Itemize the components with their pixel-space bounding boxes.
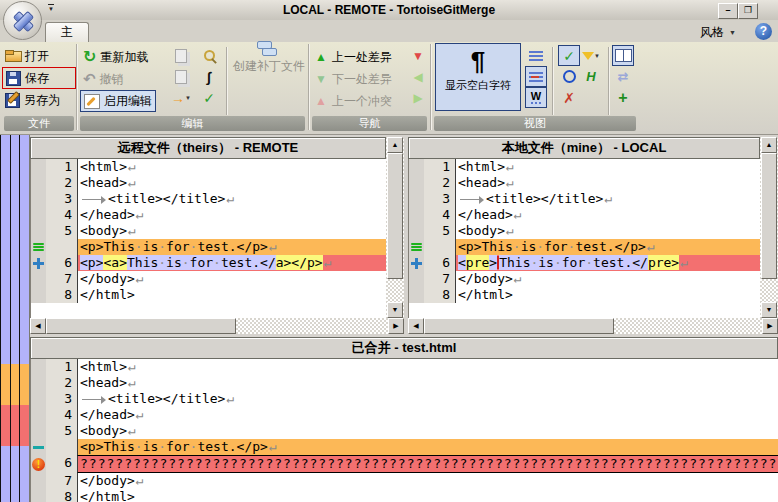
scroll-thumb[interactable] <box>387 153 403 279</box>
paste-button[interactable] <box>170 66 192 87</box>
line-number: 6 <box>46 255 77 271</box>
goto-button[interactable]: → ▼ <box>170 87 192 108</box>
line-text: <p>This·is·for·test.</p>↵ <box>77 239 387 255</box>
compare-whitespace-button[interactable]: ✓ <box>558 45 580 66</box>
help-button[interactable]: ? <box>755 23 772 40</box>
scroll-right-icon[interactable]: ▶ <box>388 318 404 334</box>
scroll-up-icon[interactable]: ▲ <box>387 137 403 153</box>
two-pane-view-button[interactable] <box>612 45 634 66</box>
code-line[interactable]: 2<head>↵ <box>409 175 761 191</box>
code-line[interactable]: 5<body>↵ <box>31 423 778 439</box>
theirs-pane[interactable]: 1<html>↵2<head>↵3<title></title>↵4</head… <box>30 159 387 318</box>
code-line[interactable]: 7</body>↵ <box>31 473 778 489</box>
code-segment: ????????????????????????????????????????… <box>80 456 778 471</box>
code-line[interactable]: 6<pre>This·is·for·test.</pre>↵ <box>409 255 761 271</box>
switch-view-button[interactable]: ⇄ <box>612 66 634 87</box>
scroll-left-icon[interactable]: ◀ <box>408 318 424 334</box>
reload-button[interactable]: ↻ 重新加载 <box>80 46 156 68</box>
maximize-button[interactable]: ❐ <box>738 3 758 19</box>
code-line[interactable]: 8</html> <box>409 287 761 303</box>
merged-pane[interactable]: 1<html>↵2<head>↵3<title></title>↵4</head… <box>30 359 778 502</box>
code-line[interactable]: 2<head>↵ <box>31 375 778 391</box>
scroll-up-icon[interactable]: ▲ <box>761 137 777 153</box>
whitespace-dot: · <box>135 439 143 454</box>
theirs-hscrollbar[interactable]: ◀ ▶ <box>30 318 404 334</box>
filter-button[interactable]: ▼ <box>580 45 602 66</box>
code-line[interactable]: <p>This·is·for·test.</p>↵ <box>31 439 778 455</box>
carriage-return-icon: ↵ <box>127 175 136 190</box>
undo-button[interactable]: ↶ 撤销 <box>80 68 156 90</box>
code-segment: <head> <box>80 175 127 190</box>
code-line[interactable]: 4</head>↵ <box>31 407 778 423</box>
code-line[interactable]: <p>This·is·for·test.</p>↵ <box>31 239 387 255</box>
line-text: </html> <box>77 489 778 502</box>
code-line[interactable]: 4</head>↵ <box>31 207 387 223</box>
word-wrap-icon: W <box>531 91 541 104</box>
prev-conflict-button[interactable]: ▲ 上一个冲突 <box>311 90 395 112</box>
enable-edit-button[interactable]: 启用编辑 <box>80 90 156 112</box>
code-line[interactable]: 3<title></title>↵ <box>31 191 387 207</box>
prev-diff-button[interactable]: ▲ 上一处差异 <box>311 46 395 68</box>
scroll-left-icon[interactable]: ◀ <box>30 318 46 334</box>
code-line[interactable]: 8</html> <box>31 489 778 502</box>
line-margin <box>31 375 46 391</box>
style-dropdown-button[interactable]: 风格 ▼ <box>700 24 736 41</box>
added-line-icon <box>411 258 422 269</box>
mark-resolved-button[interactable]: ✓ <box>198 87 220 108</box>
use-left-block-button[interactable]: ◀ <box>407 66 429 87</box>
code-line[interactable]: 1<html>↵ <box>31 359 778 375</box>
mine-pane[interactable]: 1<html>↵2<head>↵3<title></title>↵4</head… <box>408 159 761 318</box>
code-line[interactable]: 3<title></title>↵ <box>409 191 761 207</box>
line-diff-button[interactable] <box>525 66 547 87</box>
scroll-thumb[interactable] <box>424 318 614 334</box>
save-button[interactable]: 保存 <box>2 67 76 89</box>
line-number: 7 <box>46 473 77 489</box>
fit-screen-button[interactable]: + <box>612 87 634 108</box>
ignore-case-button[interactable] <box>558 66 580 87</box>
scroll-thumb[interactable] <box>761 153 777 279</box>
code-line[interactable]: 7</body>↵ <box>31 271 387 287</box>
enable-edit-label: 启用编辑 <box>104 93 152 110</box>
scroll-right-icon[interactable]: ▶ <box>762 318 778 334</box>
code-line[interactable]: 5<body>↵ <box>409 223 761 239</box>
word-wrap-button[interactable]: W <box>525 87 547 108</box>
locator-bar[interactable] <box>0 135 30 502</box>
app-menu-button[interactable] <box>3 1 42 40</box>
show-whitespace-button[interactable]: ¶ 显示空白字符 <box>435 43 521 111</box>
next-diff-button[interactable]: ▼ 下一处差异 <box>311 68 395 90</box>
code-line[interactable]: 6<p><a>This·is·for·test.</a></p>↵ <box>31 255 387 271</box>
code-line[interactable]: 5<body>↵ <box>31 223 387 239</box>
save-as-button[interactable]: 另存为 <box>2 89 76 111</box>
code-line[interactable]: 1<html>↵ <box>31 159 387 175</box>
code-segment: < <box>458 255 466 270</box>
code-line[interactable]: 4</head>↵ <box>409 207 761 223</box>
open-button[interactable]: 打开 <box>2 45 76 67</box>
code-line[interactable]: 2<head>↵ <box>31 175 387 191</box>
tab-whitespace-icon <box>458 191 486 207</box>
find-button[interactable] <box>198 45 220 66</box>
code-line[interactable]: 7</body>↵ <box>409 271 761 287</box>
code-line[interactable]: 3<title></title>↵ <box>31 391 778 407</box>
code-line[interactable]: 8</html> <box>31 287 387 303</box>
next-conflict-button[interactable]: ▼ <box>407 45 429 66</box>
scroll-down-icon[interactable]: ▼ <box>387 302 403 318</box>
theirs-vscrollbar[interactable]: ▲ ▼ <box>386 137 404 318</box>
quick-access-dropdown-icon[interactable]: ▼ <box>48 4 54 14</box>
code-line[interactable]: <p>This·is·for·test.</p>↵ <box>409 239 761 255</box>
create-patch-button[interactable]: 创建补丁文件 <box>230 45 304 67</box>
tab-main[interactable]: 主 <box>45 22 89 42</box>
mine-vscrollbar[interactable]: ▲ ▼ <box>760 137 778 318</box>
mine-hscrollbar[interactable]: ◀ ▶ <box>408 318 778 334</box>
highlight-button[interactable]: H <box>580 66 602 87</box>
remove-comments-button[interactable]: ✗ <box>558 87 580 108</box>
script-button[interactable]: ∫ <box>198 66 220 87</box>
code-line[interactable]: !6??????????????????????????????????????… <box>31 455 778 473</box>
scroll-down-icon[interactable]: ▼ <box>761 302 777 318</box>
minimize-button[interactable]: – <box>718 3 738 19</box>
scroll-thumb[interactable] <box>46 318 236 334</box>
use-right-block-button[interactable]: ▶ <box>407 87 429 108</box>
code-line[interactable]: 1<html>↵ <box>409 159 761 175</box>
arrow-right-icon: ▶ <box>411 92 425 104</box>
line-wrap-button[interactable] <box>525 45 547 66</box>
copy-button[interactable] <box>170 45 192 66</box>
